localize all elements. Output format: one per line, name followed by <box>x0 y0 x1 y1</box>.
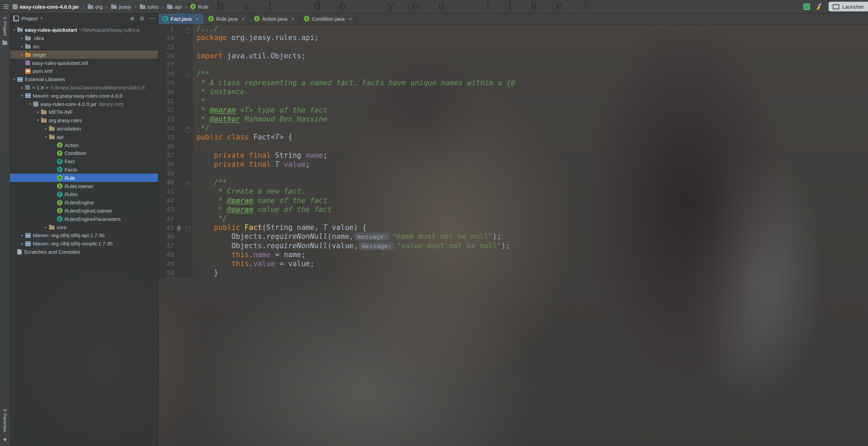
code-line[interactable]: 24package org.jeasy.rules.api; <box>158 33 868 42</box>
tab-Rule.java[interactable]: IRule.java× <box>204 13 250 24</box>
code-line[interactable]: 48 this.name = name; <box>158 250 868 259</box>
code-line[interactable]: 37 private final String name; <box>158 151 868 160</box>
tree-item[interactable]: ▸< 1.8 >/Library/Java/JavaVirtualMachine… <box>10 84 158 92</box>
chevron-right-icon[interactable]: ▸ <box>43 126 49 131</box>
code-line[interactable]: 35public class Fact<T> { <box>158 133 868 142</box>
tree-item[interactable]: ▸core <box>10 223 158 231</box>
tool-window-button-favorites[interactable]: 2: Favorites <box>2 409 8 434</box>
chevron-right-icon[interactable]: ▸ <box>19 36 25 40</box>
code-line[interactable]: 34^ */ <box>158 124 868 133</box>
tree-item[interactable]: mpom.xml <box>10 67 158 75</box>
code-line[interactable]: 42 * @param name of the fact <box>158 196 868 205</box>
project-folder-stripe-icon[interactable] <box>2 41 7 45</box>
code-line[interactable]: 38 private final T value; <box>158 160 868 169</box>
tree-item[interactable]: ▾easy-rules-quickstart~/Workspace/easy-r… <box>10 26 158 34</box>
project-panel-title[interactable]: Project <box>21 16 38 21</box>
tree-item[interactable]: ▸src <box>10 42 158 51</box>
tree-item[interactable]: ▾External Libraries <box>10 75 158 84</box>
breadcrumb-item[interactable]: easy-rules-core-4.0.0.jar <box>12 4 79 10</box>
tree-item[interactable]: CFact <box>10 157 158 166</box>
fold-marker-icon[interactable]: − <box>185 181 191 186</box>
code-line[interactable]: 47 Objects.requireNonNull(value,message:… <box>158 241 868 250</box>
tree-item[interactable]: ▸Maven: org.slf4j:slf4j-api:1.7.30 <box>10 231 158 240</box>
code-line[interactable]: 36 <box>158 142 868 151</box>
fold-marker-icon[interactable]: − <box>185 226 191 232</box>
breadcrumb-item[interactable]: rules <box>140 4 159 10</box>
tree-item[interactable]: easy-rules-quickstart.iml <box>10 59 158 67</box>
code-line[interactable]: 49 this.value = value; <box>158 259 868 268</box>
code-line[interactable]: 1−/.../ <box>158 24 868 33</box>
settings-gear-icon[interactable]: ⚙ <box>139 15 144 22</box>
tree-item[interactable]: ▸Maven: org.slf4j:slf4j-simple:1.7.30 <box>10 240 158 248</box>
chevron-right-icon[interactable]: ▸ <box>19 44 25 49</box>
code-line[interactable]: 27 <box>158 60 868 69</box>
tree-item[interactable]: IRulesEngine <box>10 198 158 207</box>
code-line[interactable]: 44 */ <box>158 214 868 223</box>
tree-item[interactable]: ▾api <box>10 133 158 141</box>
code-line[interactable]: 41 * Create a new fact. <box>158 187 868 196</box>
code-line[interactable]: 29 * A class representing a named fact. … <box>158 78 868 87</box>
fold-marker-icon[interactable]: ^ <box>185 127 191 132</box>
tab-Action.java[interactable]: IAction.java× <box>250 13 299 24</box>
code-line[interactable]: 39 <box>158 169 868 178</box>
code-line[interactable]: 45@− public Fact(String name, T value) { <box>158 223 868 232</box>
code-line[interactable]: 32 * @param <T> type of the fact <box>158 106 868 115</box>
close-icon[interactable]: × <box>196 16 199 22</box>
breadcrumb-item[interactable]: api <box>167 4 182 10</box>
code-line[interactable]: 25 <box>158 42 868 51</box>
code-line[interactable]: 26import java.util.Objects; <box>158 51 868 60</box>
hide-panel-icon[interactable]: — <box>149 15 155 21</box>
tree-item[interactable]: ▸.idea <box>10 34 158 42</box>
tree-item[interactable]: CRules <box>10 190 158 198</box>
tree-item[interactable]: IRule <box>10 174 158 182</box>
tab-Condition.java[interactable]: ICondition.java× <box>299 13 357 24</box>
tree-item[interactable]: ▾Maven: org.jeasy:easy-rules-core:4.0.0 <box>10 91 158 100</box>
code-line[interactable]: 28−/** <box>158 69 868 78</box>
code-line[interactable]: 46 Objects.requireNonNull(name,message:"… <box>158 232 868 241</box>
tree-item[interactable]: ▸target <box>10 50 158 59</box>
window-menu-icon[interactable] <box>3 4 8 9</box>
breadcrumb-item[interactable]: jeasy <box>111 4 131 10</box>
chevron-down-icon[interactable]: ▾ <box>19 94 25 98</box>
code-line[interactable]: 50 } <box>158 268 868 277</box>
breadcrumb-item[interactable]: org <box>88 4 103 10</box>
code-line[interactable]: 30 * instance. <box>158 87 868 96</box>
tree-item[interactable]: ▸META-INF <box>10 108 158 116</box>
launcher-button[interactable]: Launcher <box>829 2 868 11</box>
tree-item[interactable]: IRuleListener <box>10 182 158 190</box>
chevron-right-icon[interactable]: ▸ <box>43 225 49 230</box>
tree-item[interactable]: CFacts <box>10 166 158 174</box>
breadcrumb-item[interactable]: IRule <box>190 4 209 10</box>
code-line[interactable]: 40− /** <box>158 178 868 187</box>
fold-marker-icon[interactable]: − <box>185 73 191 78</box>
tab-Fact.java[interactable]: CFact.java× <box>158 13 204 24</box>
chevron-down-icon[interactable]: ▾ <box>27 102 33 106</box>
chevron-down-icon[interactable]: ▾ <box>11 77 17 81</box>
chevron-right-icon[interactable]: ▸ <box>19 52 25 57</box>
tree-item[interactable]: CRulesEngineParameters <box>10 215 158 223</box>
favorites-star-icon[interactable]: ★ <box>2 436 7 443</box>
chevron-down-icon[interactable]: ▼ <box>40 17 43 20</box>
chevron-right-icon[interactable]: ▸ <box>35 110 41 114</box>
tree-item[interactable]: ▾easy-rules-core-4.0.0.jarlibrary root <box>10 100 158 108</box>
tree-item[interactable]: ▾org.jeasy.rules <box>10 116 158 125</box>
tree-item[interactable]: IRulesEngineListener <box>10 207 158 215</box>
chevron-right-icon[interactable]: ▸ <box>19 233 25 237</box>
code-line[interactable]: 31 * <box>158 97 868 106</box>
chevron-right-icon[interactable]: ▸ <box>19 241 25 246</box>
tree-item[interactable]: ICondition <box>10 149 158 157</box>
chevron-down-icon[interactable]: ▾ <box>35 118 41 123</box>
code-line[interactable]: 33 * @author Mahmoud Ben Hassine <box>158 115 868 124</box>
event-log-icon[interactable] <box>803 3 810 10</box>
locate-file-icon[interactable]: ⊕ <box>130 15 134 22</box>
wrench-icon[interactable] <box>816 3 823 10</box>
chevron-down-icon[interactable]: ▾ <box>11 28 17 32</box>
chevron-right-icon[interactable]: ▸ <box>19 85 25 90</box>
close-icon[interactable]: × <box>242 16 245 22</box>
editor[interactable]: 1−/.../24package org.jeasy.rules.api;252… <box>158 24 868 446</box>
chevron-down-icon[interactable]: ▾ <box>43 135 49 139</box>
tree-item[interactable]: Scratches and Consoles <box>10 248 158 256</box>
close-icon[interactable]: × <box>291 16 295 22</box>
fold-marker-icon[interactable]: − <box>185 28 191 33</box>
tree-item[interactable]: IAction <box>10 141 158 149</box>
